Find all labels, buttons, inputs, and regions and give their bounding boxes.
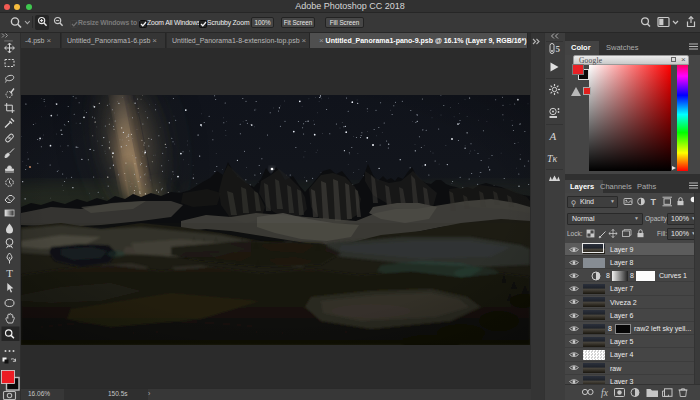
svg-text:Tκ: Tκ [547,153,558,164]
svg-text:T: T [651,197,657,207]
svg-text:5: 5 [556,44,561,54]
svg-text:T: T [6,267,13,279]
svg-text:A: A [549,130,557,142]
svg-text:fx: fx [601,388,609,398]
